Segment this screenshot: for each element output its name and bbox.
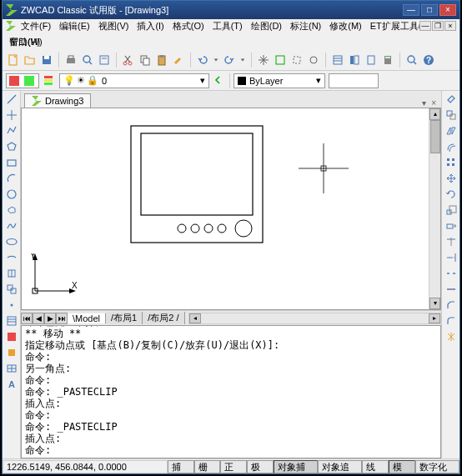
maximize-button[interactable]: □ (421, 4, 438, 16)
copy-button[interactable] (138, 53, 153, 68)
toolpalettes-button[interactable] (364, 53, 379, 68)
layer-manager-button[interactable] (43, 74, 56, 88)
redo-dropdown[interactable] (239, 53, 247, 68)
revcloud-button[interactable] (5, 203, 18, 217)
print-button[interactable] (63, 53, 78, 68)
mdi-close-button[interactable]: × (444, 21, 456, 31)
layer-previous-button[interactable] (213, 74, 226, 88)
ellipse-button[interactable] (5, 235, 18, 248)
open-button[interactable] (23, 53, 38, 68)
lineweight-toggle[interactable]: 线宽 (362, 460, 389, 473)
cut-button[interactable] (121, 53, 136, 68)
menu-file[interactable]: 文件(F) (18, 19, 54, 33)
close-button[interactable]: × (439, 4, 456, 16)
tab-model[interactable]: \Model (68, 313, 106, 323)
tab-prev-button[interactable]: ◀ (33, 313, 44, 324)
arc-button[interactable] (5, 172, 18, 185)
properties-button[interactable] (330, 53, 345, 68)
tab-first-button[interactable]: ⏮ (21, 313, 33, 324)
menu-edit[interactable]: 编辑(E) (56, 19, 93, 33)
insert-block-button[interactable] (5, 267, 18, 280)
scale-button[interactable] (444, 203, 458, 217)
fillet-button[interactable] (444, 314, 458, 328)
digitizer-toggle[interactable]: 数字化仪 (415, 460, 459, 473)
matchprop-button[interactable] (171, 53, 186, 68)
tab-close-button[interactable]: × (429, 98, 438, 108)
color-dropdown[interactable] (6, 73, 39, 88)
scroll-down-button[interactable]: ▾ (429, 298, 440, 309)
doc-tab-drawing3[interactable]: Drawing3 (24, 93, 91, 108)
polar-toggle[interactable]: 极轴 (247, 460, 274, 473)
save-button[interactable] (39, 53, 54, 68)
tab-layout2[interactable]: /布局2 / (143, 312, 184, 324)
menu-insert[interactable]: 插入(I) (133, 19, 167, 33)
mdi-restore-button[interactable]: ❐ (432, 21, 444, 31)
menu-tools[interactable]: 工具(T) (209, 19, 246, 33)
array-button[interactable] (444, 156, 458, 169)
polygon-button[interactable] (5, 140, 18, 153)
menu-view[interactable]: 视图(V) (95, 19, 133, 33)
point-button[interactable] (5, 298, 18, 312)
mdi-minimize-button[interactable]: — (419, 21, 431, 31)
offset-button[interactable] (444, 140, 458, 153)
publish-button[interactable] (97, 53, 112, 68)
copy-obj-button[interactable] (444, 108, 458, 122)
text-button[interactable]: A (5, 378, 18, 391)
linetype-dropdown[interactable] (329, 73, 379, 88)
rectangle-button[interactable] (5, 156, 18, 169)
chamfer-button[interactable] (444, 298, 458, 312)
region-button[interactable] (5, 346, 18, 359)
erase-button[interactable] (444, 93, 458, 106)
move-button[interactable] (444, 172, 458, 185)
rotate-button[interactable] (444, 188, 458, 201)
xline-button[interactable] (5, 108, 18, 122)
menu-window[interactable]: 窗口(W) (6, 35, 46, 49)
table-button[interactable] (5, 362, 18, 375)
menu-dimension[interactable]: 标注(N) (287, 19, 324, 33)
help-button[interactable]: ? (421, 53, 436, 68)
layer-state-dropdown[interactable]: 💡 ☀ 🔒 0 ▾ (59, 73, 209, 88)
line-button[interactable] (5, 93, 18, 106)
undo-dropdown[interactable] (212, 53, 220, 68)
menu-format[interactable]: 格式(O) (169, 19, 208, 33)
horizontal-scrollbar[interactable]: ◂ ▸ (188, 313, 441, 324)
app-menu-icon[interactable] (6, 21, 16, 33)
snap-toggle[interactable]: 捕捉 (168, 460, 194, 473)
bylayer-dropdown[interactable]: ByLayer ▾ (234, 73, 325, 88)
drawing-canvas[interactable]: Y X ▴ ▾ (21, 108, 441, 310)
menu-draw[interactable]: 绘图(D) (248, 19, 285, 33)
preview-button[interactable] (80, 53, 95, 68)
redo-button[interactable] (222, 53, 237, 68)
scroll-left-button[interactable]: ◂ (189, 313, 201, 323)
paste-button[interactable] (154, 53, 169, 68)
ortho-toggle[interactable]: 正交 (220, 460, 247, 473)
circle-button[interactable] (5, 188, 18, 201)
gradient-button[interactable] (5, 330, 18, 343)
tab-dropdown-button[interactable]: ▾ (420, 98, 428, 108)
model-toggle[interactable]: 模型 (389, 460, 415, 473)
ellipsearc-button[interactable] (5, 251, 18, 264)
trim-button[interactable] (444, 235, 458, 248)
undo-button[interactable] (195, 53, 210, 68)
new-button[interactable] (6, 53, 21, 68)
hatch-button[interactable] (5, 314, 18, 328)
join-button[interactable] (444, 283, 458, 296)
break-button[interactable] (444, 267, 458, 280)
pan-button[interactable] (256, 53, 271, 68)
otrack-toggle[interactable]: 对象追踪 (318, 460, 362, 473)
extend-button[interactable] (444, 251, 458, 264)
command-window[interactable]: ** 移动 **指定移动点或 [基点(B)/复制(C)/放弃(U)/退出(X)]… (21, 325, 441, 458)
scroll-thumb[interactable] (430, 120, 440, 153)
tab-next-button[interactable]: ▶ (44, 313, 56, 324)
scroll-up-button[interactable]: ▴ (429, 108, 440, 120)
zoom-window-button[interactable] (289, 53, 304, 68)
scroll-right-button[interactable]: ▸ (429, 313, 440, 323)
vertical-scrollbar[interactable]: ▴ ▾ (429, 108, 440, 309)
spline-button[interactable] (5, 219, 18, 233)
designcenter-button[interactable] (347, 53, 362, 68)
polyline-button[interactable] (5, 124, 18, 138)
make-block-button[interactable] (5, 283, 18, 296)
zoom-button[interactable] (404, 53, 419, 68)
menu-modify[interactable]: 修改(M) (326, 19, 365, 33)
mirror-button[interactable] (444, 124, 458, 138)
